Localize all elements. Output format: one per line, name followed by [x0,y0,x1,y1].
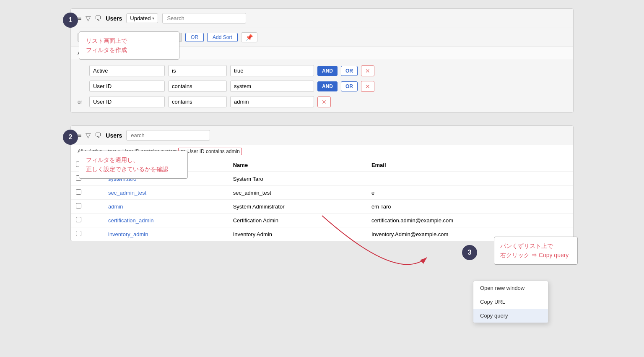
value-input-2[interactable] [230,81,314,92]
callout-badge-1: 1 [63,13,78,28]
op-select-3[interactable]: contains [168,96,227,107]
sort-dropdown[interactable]: Updated ▾ [126,13,158,23]
table-title: Users [106,132,122,139]
userid-cell-4[interactable]: certification_admin [103,214,228,227]
context-menu-item-open[interactable]: Open new window [473,281,548,295]
breadcrumb-highlight: or. User ID contains admin [178,148,242,155]
field-select-2[interactable]: User ID [89,81,165,92]
or-button-2[interactable]: OR [341,81,358,91]
value-select-1[interactable]: true [230,65,314,76]
name-cell-5: Inventory Admin [228,227,366,241]
callout3-text: パンくずリスト上で右クリック ⇒ Copy query [500,241,571,260]
table-search-input[interactable] [126,130,210,141]
row-checkbox-3[interactable] [76,203,81,208]
or-button-1[interactable]: OR [341,66,358,76]
email-cell-4: certification.admin@example.com [366,214,573,227]
op-select-1[interactable]: is [168,65,227,76]
table-panel: ≡ ▽ 🗨 Users All > Active = true > User I… [70,125,574,241]
table-row: sec_admin_test sec_admin_test e [71,186,573,200]
panel-header: ≡ ▽ 🗨 Users Updated ▾ [71,9,573,28]
or-button[interactable]: OR [185,33,204,42]
context-menu-item-copy-url[interactable]: Copy URL [473,295,548,309]
email-cell-1 [366,172,573,186]
callout2-text: フィルタを適用し、正しく設定できているかを確認 [86,155,181,174]
userid-cell-3[interactable]: admin [103,200,228,214]
context-menu-item-copy-query[interactable]: Copy query [473,309,548,323]
callout-box-1: リスト画面上でフィルタを作成 [79,31,179,60]
op-select-2[interactable]: contains [168,81,227,92]
context-menu: Open new window Copy URL Copy query [473,281,548,323]
name-cell-2: sec_admin_test [228,186,366,200]
add-sort-button[interactable]: Add Sort [207,33,238,42]
table-filter-icon[interactable]: ▽ [86,131,91,139]
pin-button[interactable]: 📌 [241,32,257,42]
delete-button-2[interactable]: ✕ [361,81,374,92]
email-cell-2: e [366,186,573,200]
filter-icon[interactable]: ▽ [86,14,91,22]
field-select-1[interactable]: Active [89,65,165,76]
chat-icon[interactable]: 🗨 [95,15,101,22]
and-button-1[interactable]: AND [317,66,338,76]
callout-box-2: フィルタを適用し、正しく設定できているかを確認 [79,151,188,179]
panel-title: Users [106,15,122,22]
filter-row-1: Active is true AND OR ✕ [78,65,566,76]
email-cell-3: em Taro [366,200,573,214]
sort-label: Updated [130,15,151,21]
callout-badge-2: 2 [63,130,78,145]
userid-cell-2[interactable]: sec_admin_test [103,186,228,200]
row-checkbox-5[interactable] [76,231,81,236]
and-button-2[interactable]: AND [317,81,338,91]
search-input[interactable] [162,13,246,23]
table-row: admin System Administrator em Taro [71,200,573,214]
sort-arrow: ▾ [152,16,154,21]
field-select-3[interactable]: User ID [89,96,165,107]
name-cell-4: Certification Admin [228,214,366,227]
filter-panel: ≡ ▽ 🗨 Users Updated ▾ Active = true User… [70,8,574,113]
prefix-3: or [78,99,86,105]
filter-row-3: or User ID contains ✕ [78,96,566,107]
name-cell-3: System Administrator [228,200,366,214]
callout-badge-3: 3 [462,245,477,260]
callout1-text: リスト画面上でフィルタを作成 [86,36,172,55]
table-row: certification_admin Certification Admin … [71,214,573,227]
userid-cell-5[interactable]: inventory_admin [103,227,228,241]
table-chat-icon[interactable]: 🗨 [95,132,101,139]
name-cell-1: System Taro [228,172,366,186]
filter-rows: Active is true AND OR ✕ User [71,60,573,112]
table-header: ≡ ▽ 🗨 Users [71,126,573,145]
delete-button-1[interactable]: ✕ [361,65,374,76]
delete-button-3[interactable]: ✕ [317,96,331,107]
col-email: Email [366,158,573,172]
filter-row-2: User ID contains AND OR ✕ [78,81,566,92]
col-name: Name [228,158,366,172]
row-checkbox-4[interactable] [76,217,81,222]
row-checkbox-2[interactable] [76,189,81,195]
menu-icon[interactable]: ≡ [78,15,81,22]
value-input-3[interactable] [230,96,314,107]
callout-box-3: パンくずリスト上で右クリック ⇒ Copy query [494,237,578,265]
table-menu-icon[interactable]: ≡ [78,132,81,139]
